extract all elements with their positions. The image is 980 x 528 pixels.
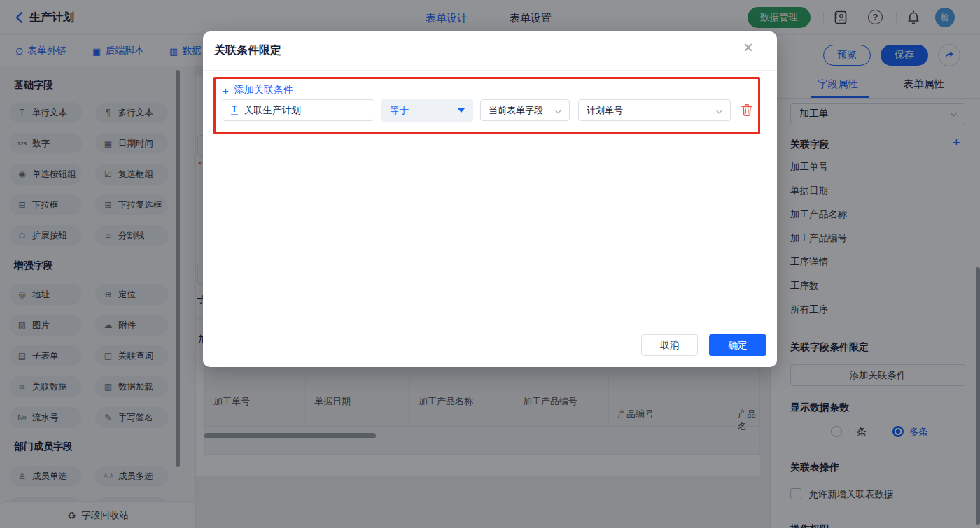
dialog-title: 关联条件限定 [214, 43, 281, 58]
chevron-down-icon [555, 107, 562, 114]
value-source-select[interactable]: 当前表单字段 [480, 99, 570, 121]
add-condition-link[interactable]: + 添加关联条件 [223, 84, 293, 97]
target-field-select[interactable]: 计划单号 [578, 99, 731, 121]
target-field-value: 计划单号 [587, 104, 623, 117]
form-designer-app: 生产计划 表单设计 表单设置 数据管理 ? 检 ∅ 表单外链 ▣ 后端脚本 ▥ … [0, 0, 980, 528]
operator-select[interactable]: 等于 [382, 99, 473, 122]
cancel-button[interactable]: 取消 [641, 334, 698, 356]
confirm-button[interactable]: 确定 [709, 334, 766, 356]
chevron-down-icon [716, 107, 723, 114]
condition-field-input[interactable]: T 关联生产计划 [223, 99, 374, 121]
close-icon[interactable]: × [743, 37, 753, 58]
condition-field-value: 关联生产计划 [244, 104, 301, 117]
condition-limit-dialog: 关联条件限定 × + 添加关联条件 T 关联生产计划 等于 当前表单字段 计划单… [203, 31, 777, 367]
add-condition-label: 添加关联条件 [234, 84, 293, 97]
caret-down-icon [458, 108, 465, 113]
text-field-icon: T [231, 105, 238, 115]
operator-value: 等于 [390, 104, 409, 117]
plus-icon: + [223, 85, 229, 97]
divider [203, 70, 777, 71]
delete-condition-icon[interactable] [741, 104, 753, 117]
value-source-value: 当前表单字段 [489, 104, 543, 117]
